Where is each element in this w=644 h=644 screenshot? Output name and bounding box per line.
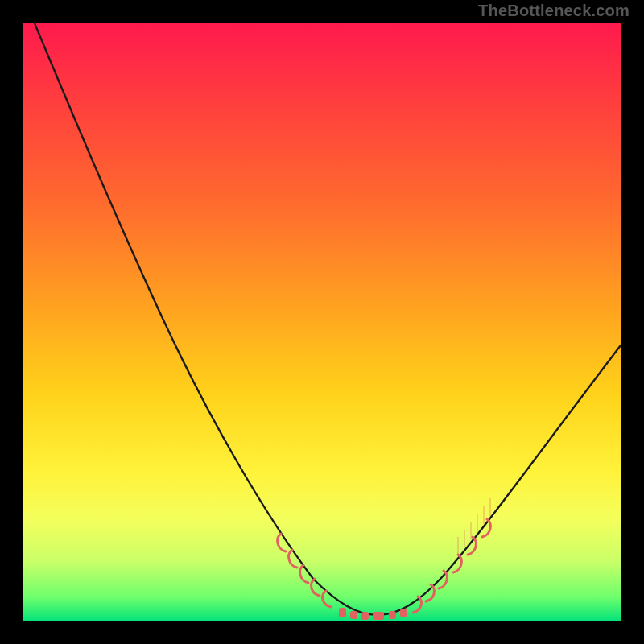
bottleneck-curve-svg	[23, 23, 621, 621]
bottleneck-curve	[35, 23, 621, 615]
svg-rect-5	[400, 609, 407, 617]
svg-rect-0	[339, 608, 346, 617]
marker-valley-ticks	[339, 608, 407, 620]
chart-frame	[11, 11, 633, 633]
svg-rect-1	[350, 611, 357, 619]
svg-rect-3	[373, 612, 384, 620]
svg-rect-4	[389, 611, 396, 619]
marker-hairlines-right	[458, 498, 490, 555]
marker-cluster-left	[278, 534, 332, 607]
plot-area	[23, 23, 621, 621]
svg-rect-2	[361, 612, 369, 620]
